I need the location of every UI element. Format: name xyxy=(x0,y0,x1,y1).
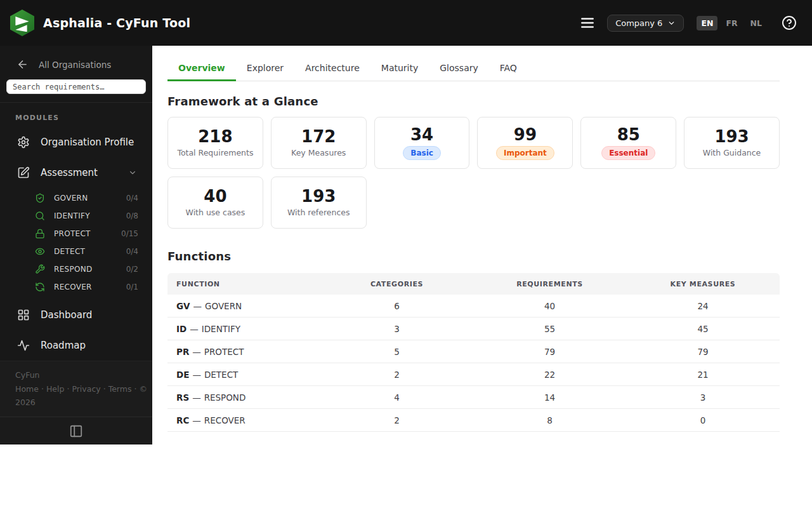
stat-value: 99 xyxy=(514,126,537,143)
sidebar: All Organisations MODULES Organisation P… xyxy=(0,46,152,444)
cell-requirements: 14 xyxy=(473,392,626,403)
table-row-govern: GV—GOVERN 6 40 24 xyxy=(167,295,780,318)
stat-value: 193 xyxy=(714,128,749,145)
subitem-count: 0/1 xyxy=(126,283,138,291)
cell-requirements: 40 xyxy=(473,301,626,311)
table-row-respond: RS—RESPOND 4 14 3 xyxy=(167,386,780,409)
cell-categories: 2 xyxy=(320,415,473,425)
tab-explorer[interactable]: Explorer xyxy=(236,57,294,81)
stat-label: Total Requirements xyxy=(177,148,253,157)
subitem-count: 0/8 xyxy=(126,211,138,220)
language-button-en[interactable]: EN xyxy=(697,16,717,30)
tab-architecture[interactable]: Architecture xyxy=(294,57,370,81)
basic-badge: Basic xyxy=(403,146,441,160)
logo-triangle-top xyxy=(15,17,29,25)
tab-bar: Overview Explorer Architecture Maturity … xyxy=(167,57,780,81)
sidebar-item-label: Dashboard xyxy=(41,309,92,321)
stat-value: 218 xyxy=(198,128,232,145)
gear-icon xyxy=(17,136,30,149)
panel-left-icon xyxy=(69,424,83,438)
help-button[interactable] xyxy=(782,15,797,30)
logo-triangle-bottom xyxy=(15,25,27,32)
stat-card-with-references: 193 With references xyxy=(271,177,367,229)
subitem-count: 0/15 xyxy=(121,229,138,238)
back-label: All Organisations xyxy=(39,60,111,70)
cell-key-measures: 0 xyxy=(626,415,780,425)
sidebar-item-dashboard[interactable]: Dashboard xyxy=(0,300,152,330)
assessment-subnav: GOVERN 0/4 IDENTIFY 0/8 PROTECT 0/15 DET… xyxy=(0,188,152,300)
sidebar-collapse-button[interactable] xyxy=(69,424,83,438)
function-name: PROTECT xyxy=(204,347,244,357)
important-badge: Important xyxy=(496,146,554,160)
hamburger-icon xyxy=(579,15,596,31)
sidebar-item-label: Organisation Profile xyxy=(41,137,134,148)
tab-glossary[interactable]: Glossary xyxy=(429,57,489,81)
footer-separator: · xyxy=(67,384,69,394)
language-button-fr[interactable]: FR xyxy=(721,16,742,30)
function-separator: — xyxy=(192,347,201,357)
app-title: Asphalia - CyFun Tool xyxy=(43,16,190,30)
footer-link-cyfun-home[interactable]: CyFun Home xyxy=(15,370,39,393)
footer-separator: · xyxy=(41,384,44,394)
language-switcher: EN FR NL xyxy=(697,16,766,30)
tab-overview[interactable]: Overview xyxy=(167,57,236,81)
footer-link-terms[interactable]: Terms xyxy=(108,384,132,394)
company-selector[interactable]: Company 6 xyxy=(607,15,684,32)
cell-categories: 2 xyxy=(320,370,473,380)
footer-link-help[interactable]: Help xyxy=(46,384,65,394)
cell-categories: 3 xyxy=(320,324,473,334)
function-separator: — xyxy=(192,370,201,380)
language-button-nl[interactable]: NL xyxy=(746,16,766,30)
sidebar-subitem-govern[interactable]: GOVERN 0/4 xyxy=(0,189,152,207)
stat-label: With references xyxy=(287,208,350,217)
sidebar-item-organisation-profile[interactable]: Organisation Profile xyxy=(0,127,152,157)
column-header-function: FUNCTION xyxy=(167,280,320,288)
tab-faq[interactable]: FAQ xyxy=(489,57,528,81)
sidebar-subitem-respond[interactable]: RESPOND 0/2 xyxy=(0,260,152,278)
cell-requirements: 79 xyxy=(473,347,626,357)
search-input[interactable] xyxy=(6,79,146,94)
function-code: ID xyxy=(176,324,187,334)
functions-table: FUNCTION CATEGORIES REQUIREMENTS KEY MEA… xyxy=(167,273,780,432)
footer-link-privacy[interactable]: Privacy xyxy=(72,384,100,394)
stat-card-important: 99 Important xyxy=(477,117,573,169)
tab-maturity[interactable]: Maturity xyxy=(370,57,429,81)
function-name: RECOVER xyxy=(204,415,246,425)
sidebar-subitem-identify[interactable]: IDENTIFY 0/8 xyxy=(0,207,152,225)
sidebar-subitem-protect[interactable]: PROTECT 0/15 xyxy=(0,225,152,243)
subitem-label: RESPOND xyxy=(54,265,93,274)
app-logo xyxy=(10,10,34,36)
stat-value: 193 xyxy=(301,188,336,204)
menu-button[interactable] xyxy=(579,15,596,31)
search-wrapper xyxy=(0,79,152,94)
stat-label: With use cases xyxy=(186,208,246,217)
table-header-row: FUNCTION CATEGORIES REQUIREMENTS KEY MEA… xyxy=(167,273,780,295)
app-header: Asphalia - CyFun Tool Company 6 EN FR NL xyxy=(0,0,812,46)
cell-categories: 5 xyxy=(320,347,473,357)
sidebar-item-roadmap[interactable]: Roadmap xyxy=(0,330,152,361)
function-separator: — xyxy=(192,392,201,403)
subitem-label: IDENTIFY xyxy=(54,211,90,220)
subitem-count: 0/2 xyxy=(126,265,138,274)
subitem-label: RECOVER xyxy=(54,283,92,291)
sidebar-subitem-recover[interactable]: RECOVER 0/1 xyxy=(0,278,152,296)
sidebar-subitem-detect[interactable]: DETECT 0/4 xyxy=(0,243,152,260)
stat-label: With Guidance xyxy=(703,148,761,157)
sidebar-item-assessment[interactable]: Assessment xyxy=(0,157,152,188)
back-to-organisations[interactable]: All Organisations xyxy=(0,46,152,79)
arrow-left-icon xyxy=(16,58,29,70)
function-code: DE xyxy=(176,370,189,380)
cell-categories: 6 xyxy=(320,301,473,311)
cell-key-measures: 45 xyxy=(626,324,780,334)
brand: Asphalia - CyFun Tool xyxy=(10,10,190,36)
stat-card-basic: 34 Basic xyxy=(374,117,470,169)
subitem-label: PROTECT xyxy=(54,229,91,238)
stat-value: 85 xyxy=(617,126,640,143)
sidebar-footer: CyFun Home·Help·Privacy·Terms·© 2026 xyxy=(0,361,152,444)
modules-section-label: MODULES xyxy=(0,103,152,122)
sidebar-item-label: Roadmap xyxy=(41,340,86,351)
refresh-icon xyxy=(35,282,45,292)
function-name: DETECT xyxy=(204,370,238,380)
stat-card-total-requirements: 218 Total Requirements xyxy=(167,117,263,169)
column-header-categories: CATEGORIES xyxy=(320,280,473,288)
